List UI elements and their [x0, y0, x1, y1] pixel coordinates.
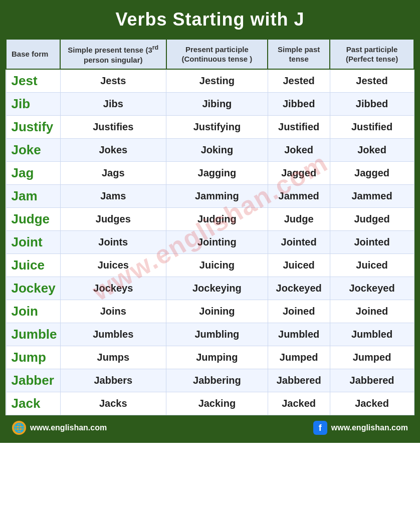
footer-left: 🌐 www.englishan.com — [12, 421, 107, 435]
cell-past: Jumped — [268, 346, 330, 369]
cell-participle: Jointing — [166, 231, 268, 254]
cell-perfect: Jumbled — [330, 323, 414, 346]
footer: 🌐 www.englishan.com f www.englishan.com — [4, 417, 416, 439]
table-row: JibJibsJibingJibbedJibbed — [6, 93, 414, 116]
cell-simple: Jests — [60, 69, 166, 93]
cell-base: Jack — [6, 392, 60, 415]
cell-past: Jockeyed — [268, 277, 330, 300]
cell-simple: Jibs — [60, 93, 166, 116]
cell-perfect: Jacked — [330, 392, 414, 415]
cell-base: Joint — [6, 231, 60, 254]
table-row: JamJamsJammingJammedJammed — [6, 185, 414, 208]
cell-participle: Jagging — [166, 162, 268, 185]
cell-participle: Jumping — [166, 346, 268, 369]
table-row: JestJestsJestingJestedJested — [6, 69, 414, 93]
cell-simple: Jokes — [60, 139, 166, 162]
cell-perfect: Jagged — [330, 162, 414, 185]
cell-simple: Joints — [60, 231, 166, 254]
cell-base: Join — [6, 300, 60, 323]
cell-past: Juiced — [268, 254, 330, 277]
cell-perfect: Jested — [330, 69, 414, 93]
table-container: www.englishan.com Base form Simple prese… — [6, 39, 414, 415]
table-header-row: Base form Simple present tense (3rd pers… — [6, 39, 414, 69]
cell-simple: Joins — [60, 300, 166, 323]
cell-perfect: Jammed — [330, 185, 414, 208]
header-present-participle: Present participle (Continuous tense ) — [166, 39, 268, 69]
cell-perfect: Joined — [330, 300, 414, 323]
cell-participle: Justifying — [166, 116, 268, 139]
cell-participle: Jibing — [166, 93, 268, 116]
verbs-table: Base form Simple present tense (3rd pers… — [6, 39, 414, 415]
cell-simple: Jags — [60, 162, 166, 185]
cell-simple: Jams — [60, 185, 166, 208]
cell-base: Jag — [6, 162, 60, 185]
table-row: JumbleJumblesJumblingJumbledJumbled — [6, 323, 414, 346]
cell-base: Justify — [6, 116, 60, 139]
cell-past: Jibbed — [268, 93, 330, 116]
footer-website-left: www.englishan.com — [30, 423, 107, 432]
cell-base: Juice — [6, 254, 60, 277]
cell-simple: Justifies — [60, 116, 166, 139]
header-simple-present: Simple present tense (3rd person singula… — [60, 39, 166, 69]
header-past-participle: Past participle (Perfect tense) — [330, 39, 414, 69]
cell-perfect: Jockeyed — [330, 277, 414, 300]
cell-participle: Jumbling — [166, 323, 268, 346]
cell-base: Jib — [6, 93, 60, 116]
cell-base: Judge — [6, 208, 60, 231]
cell-participle: Jamming — [166, 185, 268, 208]
table-row: JoinJoinsJoiningJoinedJoined — [6, 300, 414, 323]
cell-past: Joked — [268, 139, 330, 162]
cell-perfect: Juiced — [330, 254, 414, 277]
cell-base: Jump — [6, 346, 60, 369]
cell-past: Jagged — [268, 162, 330, 185]
footer-website-right: www.englishan.com — [331, 423, 408, 432]
footer-right: f www.englishan.com — [313, 421, 408, 435]
table-row: JuiceJuicesJuicingJuicedJuiced — [6, 254, 414, 277]
cell-past: Jabbered — [268, 369, 330, 392]
cell-simple: Juices — [60, 254, 166, 277]
cell-participle: Jockeying — [166, 277, 268, 300]
cell-past: Jacked — [268, 392, 330, 415]
cell-perfect: Jabbered — [330, 369, 414, 392]
table-row: JokeJokesJokingJokedJoked — [6, 139, 414, 162]
cell-past: Jested — [268, 69, 330, 93]
header-base-form: Base form — [6, 39, 60, 69]
cell-participle: Juicing — [166, 254, 268, 277]
cell-perfect: Joked — [330, 139, 414, 162]
cell-simple: Jacks — [60, 392, 166, 415]
page-title: Verbs Starting with J — [6, 9, 414, 30]
table-row: JointJointsJointingJointedJointed — [6, 231, 414, 254]
page-container: Verbs Starting with J www.englishan.com … — [0, 0, 420, 443]
cell-perfect: Jointed — [330, 231, 414, 254]
cell-base: Joke — [6, 139, 60, 162]
cell-simple: Jumbles — [60, 323, 166, 346]
table-row: JackJacksJackingJackedJacked — [6, 392, 414, 415]
title-bar: Verbs Starting with J — [4, 4, 416, 37]
cell-participle: Joking — [166, 139, 268, 162]
cell-past: Joined — [268, 300, 330, 323]
table-row: JumpJumpsJumpingJumpedJumped — [6, 346, 414, 369]
cell-past: Jumbled — [268, 323, 330, 346]
table-body: JestJestsJestingJestedJestedJibJibsJibin… — [6, 69, 414, 415]
cell-past: Judge — [268, 208, 330, 231]
cell-participle: Judging — [166, 208, 268, 231]
cell-past: Jammed — [268, 185, 330, 208]
facebook-icon: f — [313, 421, 327, 435]
cell-participle: Jabbering — [166, 369, 268, 392]
cell-past: Justified — [268, 116, 330, 139]
cell-participle: Jesting — [166, 69, 268, 93]
header-simple-past: Simple past tense — [268, 39, 330, 69]
cell-simple: Judges — [60, 208, 166, 231]
cell-base: Jabber — [6, 369, 60, 392]
cell-base: Jumble — [6, 323, 60, 346]
cell-simple: Jumps — [60, 346, 166, 369]
cell-participle: Jacking — [166, 392, 268, 415]
cell-simple: Jabbers — [60, 369, 166, 392]
cell-participle: Joining — [166, 300, 268, 323]
cell-simple: Jockeys — [60, 277, 166, 300]
cell-past: Jointed — [268, 231, 330, 254]
cell-base: Jockey — [6, 277, 60, 300]
table-wrapper: www.englishan.com Base form Simple prese… — [4, 37, 416, 417]
cell-perfect: Jumped — [330, 346, 414, 369]
table-row: JagJagsJaggingJaggedJagged — [6, 162, 414, 185]
